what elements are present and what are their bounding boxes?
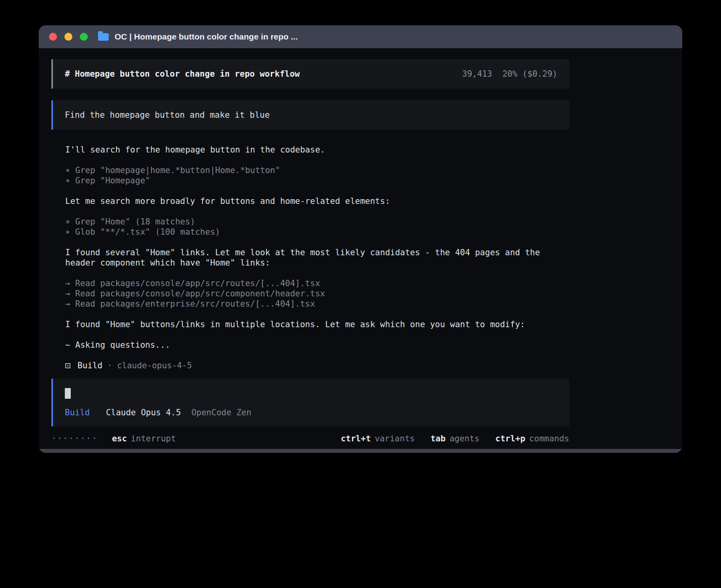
- folder-icon: [98, 33, 109, 41]
- assistant-text: I found "Home" buttons/links in multiple…: [65, 319, 565, 330]
- assistant-text: I'll search for the homepage button in t…: [65, 145, 565, 155]
- tool-call-group: → Read packages/console/app/src/routes/[…: [65, 278, 569, 309]
- session-title: # Homepage button color change in repo w…: [65, 69, 300, 79]
- activity-dots: ········: [51, 433, 98, 444]
- shortcut-key: tab: [430, 434, 445, 443]
- terminal-content: # Homepage button color change in repo w…: [39, 48, 682, 449]
- window-title: OC | Homepage button color change in rep…: [115, 32, 298, 41]
- context-cost: 20% ($0.29): [502, 69, 557, 79]
- token-count: 39,413: [462, 69, 492, 79]
- shortcut-variants: ctrl+tvariants: [341, 433, 415, 444]
- shortcut-interrupt: escinterrupt: [112, 433, 176, 444]
- assistant-text: Let me search more broadly for buttons a…: [65, 196, 565, 206]
- terminal-window: OC | Homepage button color change in rep…: [39, 25, 682, 453]
- model-line: Build Claude Opus 4.5 OpenCode Zen: [65, 407, 557, 418]
- assistant-status-text: ~ Asking questions...: [65, 340, 565, 350]
- traffic-lights: [49, 33, 88, 41]
- close-button[interactable]: [49, 33, 57, 41]
- shortcut-label: commands: [529, 434, 569, 443]
- prompt-input[interactable]: Build Claude Opus 4.5 OpenCode Zen: [51, 379, 569, 426]
- text-cursor: [65, 388, 71, 399]
- maximize-button[interactable]: [80, 33, 88, 41]
- session-stats: 39,413 20% ($0.29): [462, 69, 557, 79]
- tool-call-grep: ∗ Grep "homepage|home.*button|Home.*butt…: [65, 165, 569, 175]
- transcript: I'll search for the homepage button in t…: [51, 145, 569, 371]
- shortcut-key: ctrl+p: [495, 434, 525, 443]
- shortcut-commands: ctrl+pcommands: [495, 433, 569, 444]
- mode-label[interactable]: Build: [65, 408, 90, 417]
- model-label[interactable]: Claude Opus 4.5: [106, 408, 181, 417]
- assistant-text: I found several "Home" links. Let me loo…: [65, 247, 565, 268]
- agent-status-line: Build · claude-opus-4-5: [65, 360, 569, 371]
- shortcut-key: esc: [112, 434, 127, 443]
- provider-label: OpenCode Zen: [191, 408, 251, 417]
- separator-dot: ·: [107, 360, 112, 371]
- session-header: # Homepage button color change in repo w…: [51, 59, 569, 89]
- agent-name: Build: [77, 360, 102, 371]
- shortcut-label: agents: [449, 434, 479, 443]
- user-message: Find the homepage button and make it blu…: [51, 100, 569, 130]
- tool-call-read: → Read packages/console/app/src/componen…: [65, 288, 569, 299]
- tool-call-read: → Read packages/enterprise/src/routes/[.…: [65, 299, 569, 309]
- agent-icon: [65, 363, 70, 368]
- agent-model: claude-opus-4-5: [117, 360, 192, 371]
- user-message-text: Find the homepage button and make it blu…: [65, 110, 270, 120]
- tool-call-glob: ∗ Glob "**/*.tsx" (100 matches): [65, 227, 569, 237]
- tool-call-grep: ∗ Grep "Homepage": [65, 175, 569, 186]
- tool-call-grep: ∗ Grep "Home" (18 matches): [65, 217, 569, 227]
- shortcut-agents: tabagents: [430, 433, 479, 444]
- prompt-cursor-line[interactable]: [65, 388, 557, 399]
- shortcut-label: variants: [375, 434, 415, 443]
- titlebar[interactable]: OC | Homepage button color change in rep…: [39, 25, 682, 48]
- tool-call-group: ∗ Grep "Home" (18 matches) ∗ Glob "**/*.…: [65, 217, 569, 237]
- tool-call-group: ∗ Grep "homepage|home.*button|Home.*butt…: [65, 165, 569, 186]
- tool-call-read: → Read packages/console/app/src/routes/[…: [65, 278, 569, 288]
- statusbar: ········ escinterrupt ctrl+tvariants tab…: [51, 433, 569, 444]
- minimize-button[interactable]: [64, 33, 72, 41]
- shortcut-key: ctrl+t: [341, 434, 371, 443]
- shortcut-label: interrupt: [131, 434, 176, 443]
